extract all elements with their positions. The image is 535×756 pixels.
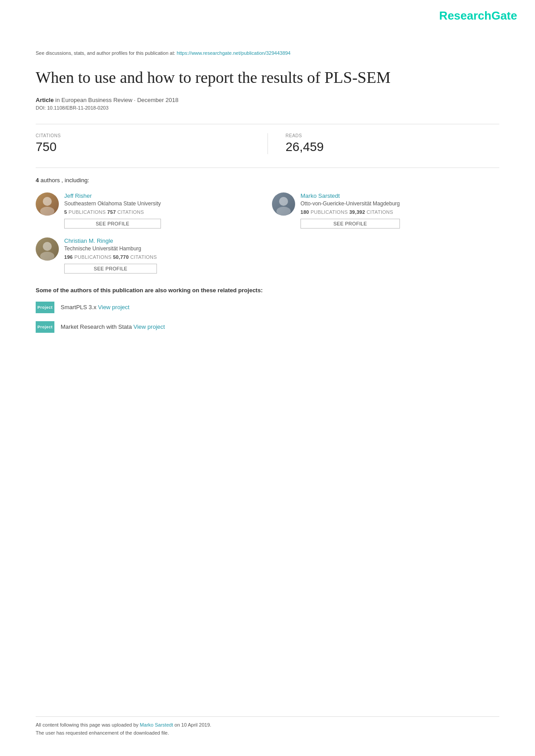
footer-upload-text: All content following this page was uplo… bbox=[36, 722, 499, 727]
author-institution-marko: Otto-von-Guericke-Universität Magdeburg bbox=[300, 200, 400, 207]
project-text-1: SmartPLS 3.x View project bbox=[61, 304, 129, 311]
author-institution-jeff: Southeastern Oklahoma State University bbox=[64, 200, 161, 207]
marko-pub-text: PUBLICATIONS bbox=[311, 209, 348, 215]
author-institution-christian: Technische Universität Hamburg bbox=[64, 245, 157, 252]
see-profile-marko[interactable]: SEE PROFILE bbox=[300, 219, 400, 229]
avatar-jeff bbox=[36, 192, 59, 216]
author-name-marko[interactable]: Marko Sarstedt bbox=[300, 192, 400, 199]
project-2-text: Market Research with Stata bbox=[61, 323, 133, 330]
footer-note: The user has requested enhancement of th… bbox=[36, 730, 499, 736]
author-info-marko: Marko Sarstedt Otto-von-Guericke-Univers… bbox=[300, 192, 400, 229]
christian-pub-text: PUBLICATIONS bbox=[74, 254, 111, 260]
marko-cit-count: 39,392 bbox=[349, 209, 365, 215]
projects-heading: Some of the authors of this publication … bbox=[36, 287, 499, 294]
jeff-pub-text: PUBLICATIONS bbox=[69, 209, 106, 215]
paper-title: When to use and how to report the result… bbox=[36, 68, 499, 88]
avatar-jeff-initials bbox=[36, 192, 59, 216]
article-dot: · bbox=[134, 97, 137, 103]
stats-divider-top bbox=[36, 124, 499, 124]
christian-pub-count: 196 bbox=[64, 254, 73, 260]
project-text-2: Market Research with Stata View project bbox=[61, 323, 165, 330]
authors-suffix: , including: bbox=[62, 177, 89, 184]
reads-label: READS bbox=[286, 133, 500, 138]
author-card-marko-inner: Marko Sarstedt Otto-von-Guericke-Univers… bbox=[272, 192, 499, 229]
avatar-marko-initials bbox=[272, 192, 295, 216]
author-col-empty bbox=[272, 237, 499, 274]
svg-point-5 bbox=[40, 252, 54, 261]
svg-point-3 bbox=[276, 207, 291, 216]
researchgate-logo: ResearchGate bbox=[439, 9, 517, 23]
reads-block: READS 26,459 bbox=[286, 133, 500, 154]
main-content: See discussions, stats, and author profi… bbox=[0, 32, 535, 368]
see-profile-christian[interactable]: SEE PROFILE bbox=[64, 264, 157, 274]
doi-label: DOI: bbox=[36, 105, 46, 110]
authors-row-2: Christian M. Ringle Technische Universit… bbox=[36, 237, 499, 274]
author-name-jeff[interactable]: Jeff Risher bbox=[64, 192, 161, 199]
page-header: ResearchGate bbox=[0, 0, 535, 27]
jeff-cit-text: CITATIONS bbox=[117, 209, 144, 215]
footer-uploader-link[interactable]: Marko Sarstedt bbox=[140, 722, 173, 727]
reads-value: 26,459 bbox=[286, 140, 500, 154]
author-card-jeff: Jeff Risher Southeastern Oklahoma State … bbox=[36, 192, 263, 229]
author-name-christian[interactable]: Christian M. Ringle bbox=[64, 237, 157, 244]
project-2-link[interactable]: View project bbox=[133, 323, 165, 330]
stats-section: CITATIONS 750 READS 26,459 bbox=[36, 133, 499, 154]
christian-cit-count: 50,770 bbox=[113, 254, 128, 260]
stats-vertical-divider bbox=[268, 133, 268, 154]
publication-link[interactable]: https://www.researchgate.net/publication… bbox=[177, 50, 291, 56]
author-card-christian-inner: Christian M. Ringle Technische Universit… bbox=[36, 237, 263, 274]
author-info-christian: Christian M. Ringle Technische Universit… bbox=[64, 237, 157, 274]
project-1-link[interactable]: View project bbox=[98, 304, 130, 311]
citations-value: 750 bbox=[36, 140, 250, 154]
page-footer: All content following this page was uplo… bbox=[36, 716, 499, 738]
authors-count: 4 bbox=[36, 177, 39, 184]
stats-divider-bottom bbox=[36, 168, 499, 168]
avatar-marko bbox=[272, 192, 295, 216]
svg-point-4 bbox=[43, 242, 52, 251]
authors-label: authors bbox=[41, 177, 60, 184]
avatar-christian-initials bbox=[36, 237, 59, 261]
footer-text-before: All content following this page was uplo… bbox=[36, 722, 140, 727]
article-journal: European Business Review bbox=[62, 97, 132, 103]
top-note-text: See discussions, stats, and author profi… bbox=[36, 50, 177, 56]
article-in: in bbox=[55, 97, 62, 103]
doi-line: DOI: 10.1108/EBR-11-2018-0203 bbox=[36, 105, 499, 110]
marko-pub-count: 180 bbox=[300, 209, 309, 215]
author-stats-marko: 180 PUBLICATIONS 39,392 CITATIONS bbox=[300, 209, 400, 215]
see-profile-jeff[interactable]: SEE PROFILE bbox=[64, 219, 161, 229]
author-card-christian: Christian M. Ringle Technische Universit… bbox=[36, 237, 263, 274]
citations-block: CITATIONS 750 bbox=[36, 133, 250, 154]
marko-cit-text: CITATIONS bbox=[366, 209, 393, 215]
footer-text-after: on 10 April 2019. bbox=[174, 722, 211, 727]
footer-divider bbox=[36, 716, 499, 717]
authors-heading: 4 authors , including: bbox=[36, 177, 499, 184]
author-card-marko: Marko Sarstedt Otto-von-Guericke-Univers… bbox=[272, 192, 499, 229]
jeff-pub-count: 5 bbox=[64, 209, 67, 215]
article-date: December 2018 bbox=[137, 97, 179, 103]
author-info-jeff: Jeff Risher Southeastern Oklahoma State … bbox=[64, 192, 161, 229]
authors-row-1: Jeff Risher Southeastern Oklahoma State … bbox=[36, 192, 499, 229]
avatar-christian bbox=[36, 237, 59, 261]
project-badge-1: Project bbox=[36, 302, 54, 313]
doi-number: 10.1108/EBR-11-2018-0203 bbox=[47, 105, 109, 110]
christian-cit-text: CITATIONS bbox=[130, 254, 157, 260]
author-stats-christian: 196 PUBLICATIONS 50,770 CITATIONS bbox=[64, 254, 157, 260]
citations-label: CITATIONS bbox=[36, 133, 250, 138]
author-card-jeff-inner: Jeff Risher Southeastern Oklahoma State … bbox=[36, 192, 263, 229]
project-1-text: SmartPLS 3.x bbox=[61, 304, 98, 311]
svg-point-1 bbox=[40, 207, 54, 216]
jeff-cit-count: 757 bbox=[107, 209, 116, 215]
article-meta: Article in European Business Review · De… bbox=[36, 97, 499, 103]
project-item-2: Project Market Research with Stata View … bbox=[36, 321, 499, 333]
top-note: See discussions, stats, and author profi… bbox=[36, 49, 499, 57]
article-type: Article bbox=[36, 97, 54, 103]
project-badge-2: Project bbox=[36, 321, 54, 333]
svg-point-0 bbox=[43, 197, 52, 206]
svg-point-2 bbox=[279, 197, 288, 206]
project-item-1: Project SmartPLS 3.x View project bbox=[36, 302, 499, 313]
author-stats-jeff: 5 PUBLICATIONS 757 CITATIONS bbox=[64, 209, 161, 215]
